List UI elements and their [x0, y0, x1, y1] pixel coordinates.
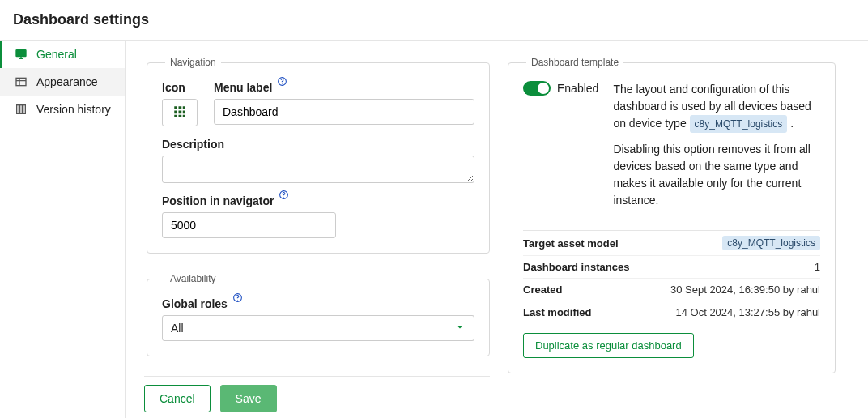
- footer-actions: Cancel Save: [144, 376, 490, 418]
- enabled-label: Enabled: [557, 82, 598, 95]
- position-field: Position in navigator: [162, 194, 474, 238]
- device-type-chip: c8y_MQTT_logistics: [690, 115, 788, 133]
- meta-target-asset-model: Target asset model c8y_MQTT_logistics: [523, 231, 820, 255]
- sidebar-item-appearance[interactable]: Appearance: [0, 68, 125, 96]
- help-icon[interactable]: [279, 190, 289, 203]
- meta-last-modified: Last modified 14 Oct 2024, 13:27:55 by r…: [523, 301, 820, 323]
- svg-rect-12: [179, 114, 182, 117]
- description-input[interactable]: [162, 156, 474, 183]
- sidebar-item-label: General: [36, 48, 77, 61]
- meta-created: Created 30 Sept 2024, 16:39:50 by rahul: [523, 278, 820, 301]
- meta-value: 30 Sept 2024, 16:39:50 by rahul: [670, 284, 820, 296]
- template-meta-list: Target asset model c8y_MQTT_logistics Da…: [523, 230, 820, 323]
- meta-label: Created: [523, 284, 562, 296]
- duplicate-button[interactable]: Duplicate as regular dashboard: [523, 333, 694, 358]
- position-label: Position in navigator: [162, 194, 274, 207]
- svg-rect-1: [16, 78, 26, 85]
- monitor-icon: [14, 47, 28, 62]
- history-icon: [14, 102, 28, 117]
- template-legend: Dashboard template: [526, 57, 623, 68]
- svg-point-15: [282, 83, 283, 84]
- template-desc-2: Disabling this option removes it from al…: [613, 141, 820, 209]
- meta-label: Last modified: [523, 306, 592, 318]
- meta-label: Dashboard instances: [523, 261, 630, 273]
- sidebar-item-version-history[interactable]: Version history: [0, 96, 125, 123]
- sidebar-item-general[interactable]: General: [0, 41, 125, 68]
- meta-value: 1: [815, 261, 820, 273]
- svg-point-19: [237, 300, 238, 301]
- meta-label: Target asset model: [523, 237, 619, 250]
- global-roles-select[interactable]: All: [162, 315, 445, 341]
- icon-label: Icon: [162, 81, 198, 94]
- meta-value: 14 Oct 2024, 13:27:55 by rahul: [675, 306, 820, 318]
- global-roles-field: Global roles All: [162, 297, 474, 341]
- description-field: Description: [162, 138, 474, 183]
- svg-point-17: [284, 197, 285, 198]
- svg-rect-0: [16, 50, 26, 57]
- navigation-legend: Navigation: [165, 57, 221, 68]
- global-roles-dropdown-toggle[interactable]: [445, 315, 474, 341]
- enabled-toggle[interactable]: [523, 81, 551, 96]
- save-button[interactable]: Save: [220, 385, 277, 412]
- page-title: Dashboard settings: [0, 0, 868, 41]
- navigation-panel: Navigation Icon Menu: [147, 57, 490, 254]
- target-asset-chip: c8y_MQTT_logistics: [722, 236, 820, 250]
- grid-icon: [172, 104, 187, 122]
- svg-rect-7: [183, 106, 185, 109]
- cancel-button[interactable]: Cancel: [144, 385, 211, 412]
- help-icon[interactable]: [232, 292, 243, 305]
- description-label: Description: [162, 138, 474, 151]
- settings-sidebar: General Appearance Version history: [0, 41, 126, 418]
- svg-rect-3: [20, 105, 23, 114]
- icon-picker[interactable]: [162, 99, 198, 126]
- svg-rect-9: [179, 110, 182, 113]
- svg-rect-2: [17, 105, 19, 114]
- icon-field: Icon: [162, 81, 198, 126]
- svg-rect-4: [23, 105, 26, 114]
- svg-rect-6: [179, 106, 182, 109]
- template-description: The layout and configuration of this das…: [613, 81, 820, 217]
- availability-legend: Availability: [165, 273, 220, 284]
- meta-dashboard-instances: Dashboard instances 1: [523, 255, 820, 278]
- position-input[interactable]: [162, 212, 336, 238]
- help-icon[interactable]: [277, 76, 287, 89]
- menu-label-text: Menu label: [214, 81, 272, 94]
- enabled-toggle-wrap: Enabled: [523, 81, 598, 96]
- menu-label-field: Menu label: [214, 81, 474, 125]
- caret-down-icon: [455, 322, 465, 335]
- global-roles-label: Global roles: [162, 297, 228, 310]
- sidebar-item-label: Version history: [36, 103, 111, 116]
- svg-rect-5: [174, 106, 177, 109]
- template-panel: Dashboard template Enabled The layout an…: [508, 57, 836, 373]
- menu-label-input[interactable]: [214, 99, 474, 125]
- svg-rect-13: [183, 114, 185, 117]
- template-desc-post: .: [787, 117, 794, 130]
- svg-rect-11: [174, 114, 177, 117]
- svg-rect-8: [174, 110, 177, 113]
- svg-rect-10: [183, 110, 185, 113]
- table-icon: [14, 75, 28, 89]
- sidebar-item-label: Appearance: [36, 75, 98, 88]
- availability-panel: Availability Global roles All: [147, 273, 490, 356]
